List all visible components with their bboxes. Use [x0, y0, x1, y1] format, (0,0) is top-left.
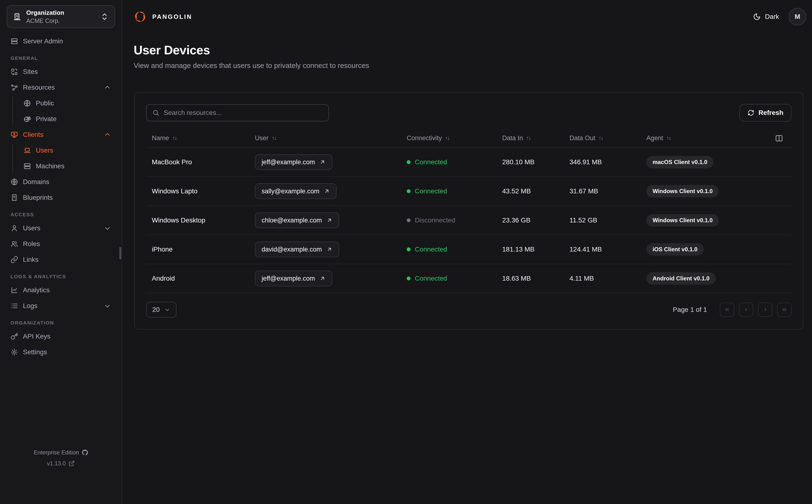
sidebar-item-client-users[interactable]: Users	[20, 144, 115, 157]
connectivity-status: Connected	[407, 187, 496, 195]
sort-icon: ↑↓	[272, 135, 276, 141]
section-general: GENERAL	[7, 55, 115, 61]
brand[interactable]: PANGOLIN	[134, 10, 192, 23]
data-out-value: 11.52 GB	[564, 216, 641, 224]
user-link-button[interactable]: chloe@example.com	[255, 212, 339, 228]
chevrons-up-down-icon	[100, 12, 109, 21]
github-icon	[82, 449, 88, 456]
data-in-value: 181.13 MB	[496, 246, 564, 253]
sidebar-item-resources[interactable]: Resources	[7, 81, 115, 94]
arrow-up-right-icon	[326, 217, 333, 223]
sidebar-item-logs[interactable]: Logs	[7, 299, 115, 312]
columns-icon	[775, 134, 783, 142]
sort-icon: ↑↓	[445, 135, 449, 141]
moon-icon	[753, 13, 761, 21]
refresh-icon	[748, 109, 754, 116]
brand-name: PANGOLIN	[152, 13, 192, 21]
status-dot	[407, 247, 411, 251]
column-header-data-out[interactable]: Data Out↑↓	[564, 134, 641, 142]
refresh-button[interactable]: Refresh	[739, 104, 791, 122]
chevron-left-icon	[743, 307, 749, 313]
arrow-up-right-icon	[324, 188, 330, 194]
sidebar-item-machines[interactable]: Machines	[20, 160, 115, 173]
user-link-button[interactable]: jeff@example.com	[255, 154, 332, 170]
version-label: v1.13.0	[47, 460, 66, 467]
org-switcher[interactable]: Organization ACME Corp.	[7, 5, 115, 28]
chevron-down-icon	[164, 307, 170, 313]
agent-badge: macOS Client v0.1.0	[646, 156, 714, 168]
edition-label: Enterprise Edition	[34, 449, 79, 456]
sidebar-item-label: Settings	[23, 348, 111, 356]
users-icon	[10, 240, 18, 248]
connectivity-status: Disconnected	[407, 216, 496, 224]
sidebar-item-label: Private	[36, 115, 111, 123]
data-in-value: 43.52 MB	[496, 187, 564, 195]
avatar[interactable]: M	[789, 8, 806, 26]
chevron-up-icon	[104, 131, 111, 139]
sidebar-item-blueprints[interactable]: Blueprints	[7, 191, 115, 204]
sidebar-item-server-admin[interactable]: Server Admin	[7, 35, 115, 48]
chevron-up-icon	[104, 84, 111, 91]
page-size-select[interactable]: 20	[146, 302, 176, 318]
sidebar-item-roles[interactable]: Roles	[7, 237, 115, 250]
columns-toggle-button[interactable]	[773, 133, 785, 144]
column-header-user[interactable]: User↑↓	[249, 134, 401, 142]
avatar-initial: M	[795, 13, 800, 21]
sort-icon: ↑↓	[667, 135, 671, 141]
prev-page-button[interactable]	[739, 303, 753, 317]
chevrons-left-icon	[724, 307, 730, 313]
user-link-button[interactable]: jeff@example.com	[255, 271, 332, 286]
globe-icon	[23, 99, 31, 107]
last-page-button[interactable]	[777, 303, 791, 317]
sidebar-item-api-keys[interactable]: API Keys	[7, 330, 115, 343]
sidebar-item-label: Resources	[23, 84, 99, 91]
pangolin-logo-icon	[134, 10, 146, 23]
building-icon	[13, 12, 21, 21]
org-switcher-value: ACME Corp.	[26, 17, 95, 25]
version-line[interactable]: v1.13.0	[0, 460, 122, 467]
column-header-name[interactable]: Name↑↓	[146, 134, 249, 142]
chevron-down-icon	[104, 302, 111, 310]
table-row: Windows Lapto sally@example.com Connecte…	[146, 177, 791, 206]
connectivity-status: Connected	[407, 158, 496, 166]
arrow-up-right-icon	[319, 275, 326, 282]
sidebar-scrollbar[interactable]	[119, 247, 121, 259]
sidebar: Organization ACME Corp. Server Admin GEN…	[0, 0, 122, 504]
section-organization: ORGANIZATION	[7, 320, 115, 326]
sidebar-item-clients[interactable]: Clients	[7, 128, 115, 141]
sidebar-item-domains[interactable]: Domains	[7, 175, 115, 188]
sidebar-item-users[interactable]: Users	[7, 222, 115, 235]
section-access: ACCESS	[7, 212, 115, 217]
agent-badge: iOS Client v0.1.0	[646, 243, 704, 256]
sidebar-item-settings[interactable]: Settings	[7, 346, 115, 359]
first-page-button[interactable]	[720, 303, 734, 317]
laptop-icon	[23, 147, 31, 154]
sidebar-item-public[interactable]: Public	[20, 97, 115, 110]
external-link-icon	[68, 460, 75, 467]
sidebar-item-private[interactable]: Private	[20, 113, 115, 125]
user-link-button[interactable]: david@example.com	[255, 242, 339, 257]
key-icon	[10, 333, 18, 340]
sidebar-footer: Enterprise Edition v1.13.0	[0, 449, 122, 467]
sidebar-item-links[interactable]: Links	[7, 253, 115, 266]
sidebar-item-label: Roles	[23, 240, 111, 248]
data-in-value: 18.63 MB	[496, 275, 564, 282]
edition-line[interactable]: Enterprise Edition	[0, 449, 122, 456]
theme-toggle[interactable]: Dark	[753, 13, 779, 21]
user-link-button[interactable]: sally@example.com	[255, 183, 337, 199]
table-row: Android jeff@example.com Connected 18.63…	[146, 264, 791, 293]
column-header-agent[interactable]: Agent↑↓	[641, 134, 791, 142]
device-name: iPhone	[146, 246, 249, 253]
sidebar-item-analytics[interactable]: Analytics	[7, 284, 115, 297]
data-in-value: 23.36 GB	[496, 216, 564, 224]
sidebar-item-sites[interactable]: Sites	[7, 65, 115, 78]
arrow-up-right-icon	[326, 246, 333, 252]
column-header-connectivity[interactable]: Connectivity↑↓	[401, 134, 496, 142]
status-dot	[407, 160, 411, 164]
next-page-button[interactable]	[758, 303, 772, 317]
pagination: 20 Page 1 of 1	[146, 302, 791, 318]
data-out-value: 4.11 MB	[564, 275, 641, 282]
search-input[interactable]	[164, 109, 323, 117]
column-header-data-in[interactable]: Data In↑↓	[496, 134, 564, 142]
globe-lock-icon	[23, 115, 31, 123]
